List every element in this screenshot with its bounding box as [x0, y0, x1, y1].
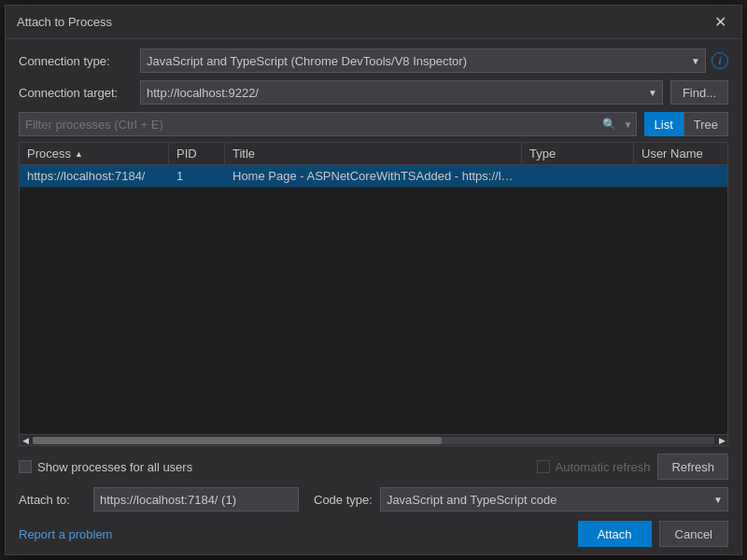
attach-to-input[interactable]: [93, 487, 299, 511]
report-problem-link[interactable]: Report a problem: [19, 527, 112, 541]
connection-type-wrapper: JavaScript and TypeScript (Chrome DevToo…: [140, 49, 706, 73]
attach-button[interactable]: Attach: [578, 521, 652, 547]
table-header: Process ▲ PID Title Type User Name: [20, 143, 727, 165]
cancel-button[interactable]: Cancel: [659, 521, 728, 547]
code-type-select[interactable]: JavaScript and TypeScript code: [380, 487, 728, 511]
column-type[interactable]: Type: [522, 143, 634, 164]
attach-to-label: Attach to:: [19, 493, 93, 507]
cell-pid: 1: [169, 165, 225, 187]
title-bar: Attach to Process ✕: [6, 6, 741, 39]
show-all-users-checkbox[interactable]: [19, 460, 32, 473]
attach-to-process-dialog: Attach to Process ✕ Connection type: Jav…: [5, 5, 742, 555]
column-title[interactable]: Title: [225, 143, 522, 164]
dialog-title: Attach to Process: [17, 15, 112, 29]
column-process[interactable]: Process ▲: [20, 143, 169, 164]
connection-target-label: Connection target:: [19, 86, 140, 100]
close-button[interactable]: ✕: [711, 15, 730, 30]
connection-type-row: Connection type: JavaScript and TypeScri…: [19, 49, 728, 73]
code-type-select-wrapper: JavaScript and TypeScript code ▼: [380, 487, 728, 511]
connection-target-row: Connection target: http://localhost:9222…: [19, 80, 728, 105]
view-toggle: List Tree: [644, 112, 728, 136]
find-button[interactable]: Find...: [670, 80, 728, 105]
list-view-button[interactable]: List: [644, 112, 684, 136]
connection-type-label: Connection type:: [19, 54, 140, 68]
attach-to-row: Attach to: Code type: JavaScript and Typ…: [19, 487, 728, 511]
cell-type: [522, 173, 634, 180]
horizontal-scrollbar[interactable]: [33, 437, 714, 444]
scroll-left-icon[interactable]: ◀: [20, 435, 31, 446]
filter-dropdown-icon[interactable]: ▼: [624, 119, 633, 130]
column-username[interactable]: User Name: [634, 143, 727, 164]
bottom-options-row: Show processes for all users Automatic r…: [19, 454, 728, 480]
info-icon[interactable]: i: [712, 52, 728, 69]
filter-row: 🔍 ▼ List Tree: [19, 112, 728, 136]
table-row[interactable]: https://localhost:7184/ 1 Home Page - AS…: [20, 165, 727, 188]
filter-input-wrapper: 🔍 ▼: [19, 112, 637, 136]
footer-row: Report a problem Attach Cancel: [19, 521, 728, 547]
connection-target-wrapper: http://localhost:9222/ ▼: [140, 80, 663, 105]
refresh-button[interactable]: Refresh: [657, 454, 728, 480]
connection-target-select[interactable]: http://localhost:9222/: [140, 80, 663, 105]
table-body: https://localhost:7184/ 1 Home Page - AS…: [20, 165, 727, 434]
footer-buttons: Attach Cancel: [578, 521, 728, 547]
tree-view-button[interactable]: Tree: [684, 112, 728, 136]
column-pid[interactable]: PID: [169, 143, 225, 164]
scroll-right-icon[interactable]: ▶: [716, 435, 727, 446]
dialog-content: Connection type: JavaScript and TypeScri…: [6, 39, 741, 554]
auto-refresh-label[interactable]: Automatic refresh: [537, 460, 651, 474]
auto-refresh-checkbox[interactable]: [537, 460, 550, 473]
show-all-users-label[interactable]: Show processes for all users: [19, 460, 192, 474]
code-type-label: Code type:: [314, 493, 373, 507]
cell-username: [634, 173, 727, 180]
sort-asc-icon: ▲: [75, 149, 83, 159]
horizontal-scrollbar-row: ◀ ▶: [20, 434, 727, 445]
scrollbar-thumb: [33, 437, 442, 444]
connection-type-select[interactable]: JavaScript and TypeScript (Chrome DevToo…: [140, 49, 706, 73]
cell-title: Home Page - ASPNetCoreWithTSAdded - http…: [225, 165, 522, 187]
cell-process: https://localhost:7184/: [20, 165, 169, 187]
process-table: Process ▲ PID Title Type User Name h: [19, 142, 728, 446]
filter-input[interactable]: [19, 112, 637, 136]
